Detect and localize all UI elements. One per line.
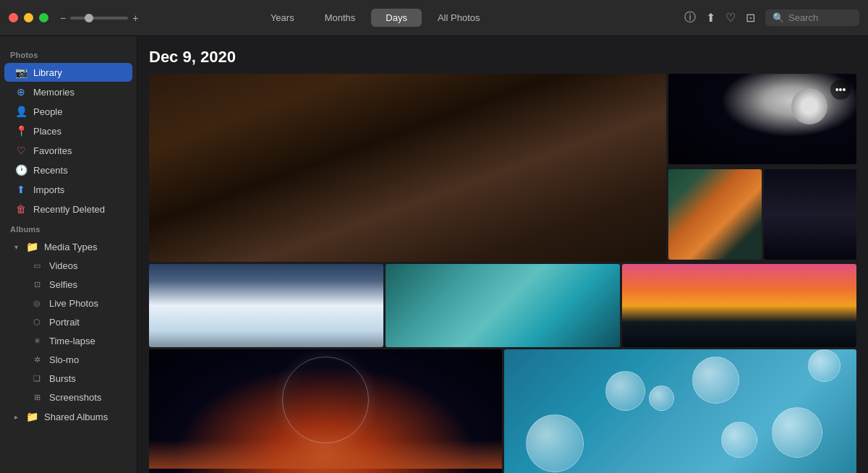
sidebar-item-label-favorites: Favorites (33, 145, 72, 156)
sidebar-item-label-library: Library (33, 67, 62, 78)
sidebar-item-imports[interactable]: ⬆ Imports (4, 180, 132, 199)
photo-leaves[interactable] (668, 169, 762, 260)
bursts-icon: ❑ (30, 374, 43, 383)
tab-all-photos[interactable]: All Photos (423, 9, 495, 27)
videos-icon: ▭ (30, 261, 43, 270)
toolbar-actions: ⓘ ⬆ ♡ ⊡ 🔍 Search (684, 9, 859, 26)
zoom-out-button[interactable]: − (60, 12, 66, 24)
shared-albums-icon: 📁 (25, 411, 38, 422)
sidebar-item-label-media-types: Media Types (44, 242, 97, 252)
sidebar-item-screenshots[interactable]: ⊞ Screenshots (4, 388, 132, 406)
deleted-icon: 🗑 (14, 203, 27, 215)
sidebar-item-videos[interactable]: ▭ Videos (4, 257, 132, 275)
selfies-icon: ⊡ (30, 280, 43, 289)
tab-days[interactable]: Days (371, 9, 422, 27)
sidebar-item-label-imports: Imports (33, 184, 64, 195)
water-drop-6 (649, 385, 674, 411)
sidebar-item-slo-mo[interactable]: ✲ Slo-mo (4, 351, 132, 369)
photo-star-trails[interactable] (149, 349, 502, 473)
photo-grid-row-1: ••• (149, 74, 856, 262)
sidebar-item-places[interactable]: 📍 Places (4, 122, 132, 140)
water-drop-3 (692, 357, 739, 404)
search-placeholder: Search (788, 12, 818, 23)
sidebar-item-label-screenshots: Screenshots (49, 392, 101, 403)
tab-years[interactable]: Years (256, 9, 309, 27)
sidebar-item-portrait[interactable]: ⬡ Portrait (4, 313, 132, 331)
photo-right-col: ••• (668, 74, 856, 262)
sidebar-item-selfies[interactable]: ⊡ Selfies (4, 276, 132, 294)
main-layout: Photos 📷 Library ⊕ Memories 👤 People 📍 P… (0, 36, 868, 473)
search-box[interactable]: 🔍 Search (765, 9, 859, 26)
water-drop-5 (808, 349, 841, 382)
star-swirl-element (282, 357, 369, 443)
zoom-slider[interactable] (70, 17, 128, 20)
photo-water-drops[interactable] (504, 349, 857, 473)
favorite-icon[interactable]: ♡ (726, 11, 736, 25)
shared-collapse-icon: ▸ (14, 413, 18, 421)
sidebar-item-label-time-lapse: Time-lapse (49, 336, 95, 346)
sidebar-item-label-people: People (33, 106, 62, 117)
date-heading: Dec 9, 2020 (149, 48, 856, 67)
sidebar-item-media-types[interactable]: ▾ 📁 Media Types (4, 237, 132, 256)
sidebar-item-recently-deleted[interactable]: 🗑 Recently Deleted (4, 200, 132, 218)
sidebar-item-shared-albums[interactable]: ▸ 📁 Shared Albums (4, 407, 132, 426)
sidebar-item-label-shared-albums: Shared Albums (44, 412, 108, 422)
photo-dark-space[interactable] (764, 169, 857, 260)
close-button[interactable] (9, 13, 18, 22)
memories-icon: ⊕ (14, 86, 27, 98)
water-drop-1 (526, 414, 584, 472)
tab-months[interactable]: Months (310, 9, 370, 27)
view-tabs: Years Months Days All Photos (66, 9, 684, 27)
photo-grid-row-2 (149, 264, 856, 347)
sidebar-item-memories[interactable]: ⊕ Memories (4, 82, 132, 101)
photo-ocean-teal[interactable] (386, 264, 620, 347)
moon-element (791, 88, 827, 124)
sidebar-item-favorites[interactable]: ♡ Favorites (4, 141, 132, 160)
sidebar-item-label-bursts: Bursts (49, 373, 76, 384)
photo-city-sunset[interactable] (622, 264, 856, 347)
places-icon: 📍 (14, 125, 27, 137)
sidebar-item-label-selfies: Selfies (49, 279, 77, 290)
sidebar-item-time-lapse[interactable]: ✳ Time-lapse (4, 332, 132, 350)
slideshow-icon[interactable]: ⊡ (746, 11, 755, 25)
sidebar-item-label-deleted: Recently Deleted (33, 204, 105, 215)
more-options-button[interactable]: ••• (830, 80, 851, 100)
sidebar-item-library[interactable]: 📷 Library (4, 63, 132, 82)
sidebar: Photos 📷 Library ⊕ Memories 👤 People 📍 P… (0, 36, 137, 473)
content-area: Dec 9, 2020 ••• (137, 36, 868, 473)
time-lapse-icon: ✳ (30, 336, 43, 346)
photo-mountain[interactable] (149, 74, 666, 262)
sidebar-item-recents[interactable]: 🕐 Recents (4, 161, 132, 179)
water-drop-2 (605, 371, 645, 411)
share-icon[interactable]: ⬆ (706, 11, 715, 25)
zoom-thumb (85, 14, 93, 22)
sidebar-item-label-places: Places (33, 126, 61, 137)
minimize-button[interactable] (24, 13, 33, 22)
library-icon: 📷 (14, 67, 27, 78)
imports-icon: ⬆ (14, 184, 27, 195)
photo-moon[interactable]: ••• (668, 74, 856, 164)
sidebar-item-label-portrait: Portrait (49, 317, 80, 328)
titlebar: − + Years Months Days All Photos ⓘ ⬆ ♡ ⊡… (0, 0, 868, 36)
water-drop-7 (721, 422, 757, 458)
photo-grid-row-3 (149, 349, 856, 473)
search-icon: 🔍 (773, 12, 784, 23)
people-icon: 👤 (14, 106, 27, 117)
recents-icon: 🕐 (14, 164, 27, 176)
sidebar-item-live-photos[interactable]: ◎ Live Photos (4, 294, 132, 312)
sidebar-item-bursts[interactable]: ❑ Bursts (4, 370, 132, 388)
photo-ocean-white[interactable] (149, 264, 383, 347)
sidebar-item-label-videos: Videos (49, 260, 78, 271)
sidebar-item-label-memories: Memories (33, 87, 75, 98)
sidebar-item-people[interactable]: 👤 People (4, 102, 132, 121)
fullscreen-button[interactable] (39, 13, 48, 22)
sidebar-item-label-live-photos: Live Photos (49, 298, 98, 309)
slo-mo-icon: ✲ (30, 355, 43, 365)
screenshots-icon: ⊞ (30, 393, 43, 402)
albums-section-label: Albums (0, 219, 137, 236)
media-types-icon: 📁 (25, 241, 38, 252)
portrait-icon: ⬡ (30, 318, 43, 327)
small-photos-pair (668, 169, 856, 263)
collapse-icon: ▾ (14, 243, 18, 251)
info-icon[interactable]: ⓘ (684, 10, 696, 25)
